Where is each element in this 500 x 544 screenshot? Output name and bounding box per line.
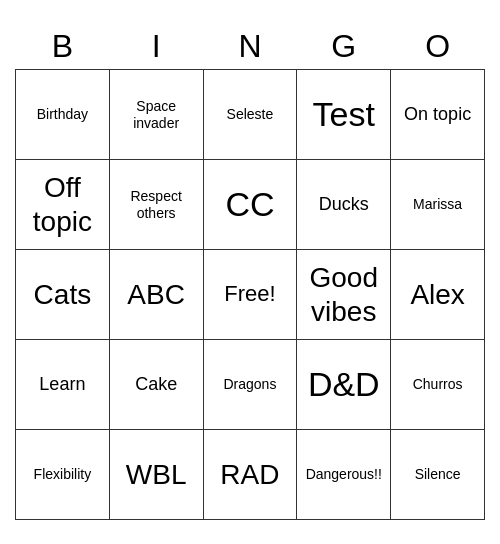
header-letter-O: O [391, 24, 485, 70]
bingo-cell-4-0: Flexibility [16, 430, 110, 520]
bingo-cell-4-4: Silence [391, 430, 485, 520]
bingo-row-3: LearnCakeDragonsD&DChurros [16, 340, 485, 430]
cell-text-3-2: Dragons [208, 376, 293, 393]
cell-text-3-0: Learn [20, 374, 105, 396]
cell-text-0-2: Seleste [208, 106, 293, 123]
cell-text-3-3: D&D [301, 364, 386, 405]
header-letter-B: B [16, 24, 110, 70]
bingo-cell-1-3: Ducks [297, 160, 391, 250]
cell-text-1-4: Marissa [395, 196, 480, 213]
cell-text-1-1: Respect others [114, 188, 199, 222]
bingo-cell-1-2: CC [203, 160, 297, 250]
bingo-cell-4-2: RAD [203, 430, 297, 520]
bingo-row-0: BirthdaySpace invaderSelesteTestOn topic [16, 70, 485, 160]
cell-text-1-3: Ducks [301, 194, 386, 216]
bingo-cell-2-1: ABC [109, 250, 203, 340]
cell-text-4-0: Flexibility [20, 466, 105, 483]
bingo-cell-4-1: WBL [109, 430, 203, 520]
bingo-cell-0-2: Seleste [203, 70, 297, 160]
cell-text-0-3: Test [301, 94, 386, 135]
cell-text-1-2: CC [208, 184, 293, 225]
bingo-cell-3-3: D&D [297, 340, 391, 430]
cell-text-0-4: On topic [395, 104, 480, 126]
bingo-cell-2-0: Cats [16, 250, 110, 340]
bingo-cell-4-3: Dangerous!! [297, 430, 391, 520]
bingo-cell-1-4: Marissa [391, 160, 485, 250]
bingo-cell-3-4: Churros [391, 340, 485, 430]
header-letter-I: I [109, 24, 203, 70]
header-letter-N: N [203, 24, 297, 70]
cell-text-2-4: Alex [395, 278, 480, 312]
bingo-cell-2-4: Alex [391, 250, 485, 340]
bingo-cell-0-4: On topic [391, 70, 485, 160]
cell-text-2-0: Cats [20, 278, 105, 312]
header-letter-G: G [297, 24, 391, 70]
bingo-cell-0-0: Birthday [16, 70, 110, 160]
bingo-row-1: Off topicRespect othersCCDucksMarissa [16, 160, 485, 250]
bingo-card: BINGO BirthdaySpace invaderSelesteTestOn… [15, 24, 485, 520]
cell-text-4-3: Dangerous!! [301, 466, 386, 483]
bingo-cell-2-2: Free! [203, 250, 297, 340]
bingo-cell-3-0: Learn [16, 340, 110, 430]
bingo-cell-2-3: Good vibes [297, 250, 391, 340]
cell-text-1-0: Off topic [20, 171, 105, 238]
bingo-cell-0-1: Space invader [109, 70, 203, 160]
cell-text-0-0: Birthday [20, 106, 105, 123]
cell-text-4-1: WBL [114, 458, 199, 492]
cell-text-4-2: RAD [208, 458, 293, 492]
cell-text-2-1: ABC [114, 278, 199, 312]
cell-text-2-2: Free! [208, 281, 293, 307]
cell-text-4-4: Silence [395, 466, 480, 483]
cell-text-0-1: Space invader [114, 98, 199, 132]
cell-text-3-1: Cake [114, 374, 199, 396]
bingo-cell-3-1: Cake [109, 340, 203, 430]
bingo-cell-1-1: Respect others [109, 160, 203, 250]
bingo-header: BINGO [16, 24, 485, 70]
bingo-cell-0-3: Test [297, 70, 391, 160]
bingo-body: BirthdaySpace invaderSelesteTestOn topic… [16, 70, 485, 520]
cell-text-3-4: Churros [395, 376, 480, 393]
bingo-row-2: CatsABCFree!Good vibesAlex [16, 250, 485, 340]
bingo-row-4: FlexibilityWBLRADDangerous!!Silence [16, 430, 485, 520]
bingo-cell-3-2: Dragons [203, 340, 297, 430]
bingo-cell-1-0: Off topic [16, 160, 110, 250]
cell-text-2-3: Good vibes [301, 261, 386, 328]
